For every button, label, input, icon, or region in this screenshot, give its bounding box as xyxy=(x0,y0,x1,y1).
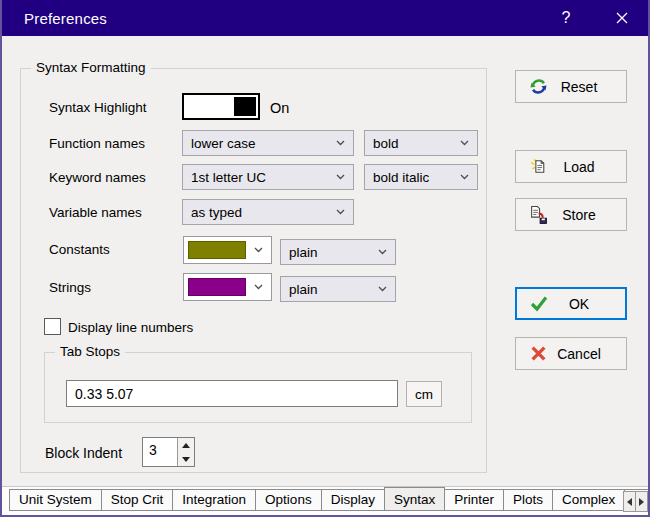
arrow-up-icon xyxy=(182,443,190,448)
display-line-numbers-label: Display line numbers xyxy=(68,320,193,335)
tab-display[interactable]: Display xyxy=(321,489,385,511)
block-indent-value: 3 xyxy=(143,438,177,466)
chevron-down-icon xyxy=(336,140,345,146)
strings-style-select[interactable]: plain xyxy=(280,276,396,302)
keyword-case-value: 1st letter UC xyxy=(191,170,330,185)
variable-case-value: as typed xyxy=(191,205,330,220)
store-label: Store xyxy=(550,207,608,223)
constants-color-select[interactable] xyxy=(183,236,272,264)
reset-label: Reset xyxy=(550,79,608,95)
strings-color-swatch xyxy=(188,278,246,296)
refresh-icon xyxy=(526,77,550,96)
function-style-value: bold xyxy=(373,136,454,151)
tab-complex[interactable]: Complex xyxy=(552,489,625,511)
tab-printer[interactable]: Printer xyxy=(444,489,504,511)
display-line-numbers-checkbox[interactable] xyxy=(44,318,61,335)
titlebar[interactable]: Preferences ? xyxy=(0,0,650,36)
constants-style-select[interactable]: plain xyxy=(280,239,396,265)
block-indent-label: Block Indent xyxy=(45,445,122,461)
preferences-dialog: Preferences ? Syntax Formatting Syntax H… xyxy=(0,0,650,517)
tab-options[interactable]: Options xyxy=(255,489,322,511)
checkmark-icon xyxy=(527,295,551,312)
function-style-select[interactable]: bold xyxy=(364,130,478,156)
variable-case-select[interactable]: as typed xyxy=(182,199,354,225)
syntax-highlight-label: Syntax Highlight xyxy=(49,100,147,115)
chevron-down-icon xyxy=(378,249,387,255)
arrow-down-icon xyxy=(182,457,190,462)
cancel-label: Cancel xyxy=(550,346,608,362)
constants-style-value: plain xyxy=(289,245,372,260)
spin-up-button[interactable] xyxy=(178,438,194,452)
load-label: Load xyxy=(550,159,608,175)
ok-button[interactable]: OK xyxy=(515,287,627,320)
strings-style-value: plain xyxy=(289,282,372,297)
keyword-case-select[interactable]: 1st letter UC xyxy=(182,164,354,190)
function-case-select[interactable]: lower case xyxy=(182,130,354,156)
unit-cm-button[interactable]: cm xyxy=(406,381,442,407)
toggle-knob xyxy=(234,97,256,116)
help-icon: ? xyxy=(562,9,571,27)
tab-stops-input[interactable] xyxy=(66,380,398,407)
tab-stops-group-label: Tab Stops xyxy=(55,344,125,359)
tab-syntax[interactable]: Syntax xyxy=(384,487,445,511)
strings-label: Strings xyxy=(49,280,91,295)
function-case-value: lower case xyxy=(191,136,330,151)
group-label: Syntax Formatting xyxy=(31,60,151,75)
tab-integration[interactable]: Integration xyxy=(172,489,256,511)
arrow-right-icon xyxy=(639,498,644,506)
keyword-names-label: Keyword names xyxy=(49,170,146,185)
bottom-tab-bar: Unit System Stop Crit Integration Option… xyxy=(0,486,650,515)
tab-plots[interactable]: Plots xyxy=(503,489,553,511)
store-document-icon xyxy=(526,205,550,224)
chevron-down-icon xyxy=(460,174,469,180)
chevron-down-icon xyxy=(254,284,263,290)
function-names-label: Function names xyxy=(49,136,145,151)
red-x-icon xyxy=(526,345,550,362)
arrow-left-icon xyxy=(627,498,632,506)
spin-down-button[interactable] xyxy=(178,452,194,466)
help-button[interactable]: ? xyxy=(538,0,594,36)
chevron-down-icon xyxy=(378,286,387,292)
load-button[interactable]: Load xyxy=(515,150,627,183)
chevron-down-icon xyxy=(336,174,345,180)
toggle-state-label: On xyxy=(270,100,289,116)
keyword-style-value: bold italic xyxy=(373,170,454,185)
block-indent-spinner[interactable]: 3 xyxy=(142,437,195,467)
store-button[interactable]: Store xyxy=(515,198,627,231)
chevron-down-icon xyxy=(336,209,345,215)
close-icon xyxy=(616,12,628,24)
keyword-style-select[interactable]: bold italic xyxy=(364,164,478,190)
tab-scroll-right-button[interactable] xyxy=(635,491,648,512)
load-document-icon xyxy=(526,157,550,176)
constants-color-swatch xyxy=(188,241,246,259)
tab-stop-crit[interactable]: Stop Crit xyxy=(101,489,174,511)
chevron-down-icon xyxy=(460,140,469,146)
reset-button[interactable]: Reset xyxy=(515,70,627,103)
unit-label: cm xyxy=(415,387,433,402)
strings-color-select[interactable] xyxy=(183,273,272,301)
variable-names-label: Variable names xyxy=(49,205,142,220)
ok-label: OK xyxy=(551,296,607,312)
syntax-highlight-toggle[interactable] xyxy=(182,93,260,120)
tab-unit-system[interactable]: Unit System xyxy=(9,489,102,511)
constants-label: Constants xyxy=(49,242,110,257)
cancel-button[interactable]: Cancel xyxy=(515,337,627,370)
close-button[interactable] xyxy=(594,0,650,36)
window-title: Preferences xyxy=(0,10,107,27)
chevron-down-icon xyxy=(254,247,263,253)
